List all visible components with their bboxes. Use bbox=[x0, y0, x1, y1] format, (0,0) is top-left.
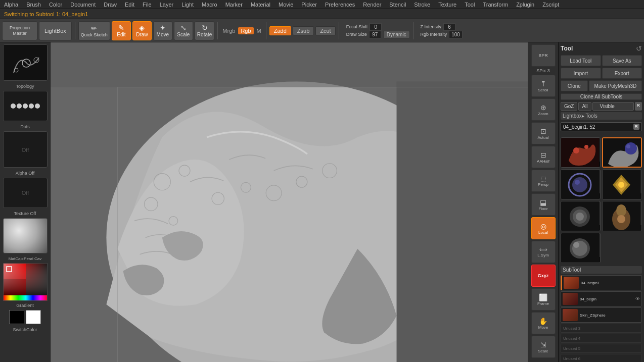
menu-item-zplugin[interactable]: Zplugin bbox=[514, 1, 536, 8]
menu-item-edit[interactable]: Edit bbox=[123, 1, 136, 8]
z-intensity-value[interactable]: 6 bbox=[443, 23, 455, 31]
move-vp-button[interactable]: ✋ Move bbox=[531, 312, 556, 334]
scroll-button[interactable]: ⤒ Scroll bbox=[531, 75, 556, 97]
active-tool-row: 04_begin1. 52 R bbox=[561, 122, 642, 131]
subtool-item-04begin[interactable]: 04_begin 👁 bbox=[561, 291, 642, 306]
tool-thumb-skin-zsphere1[interactable]: Skin_ZSphere1 bbox=[602, 201, 642, 231]
subtool-item-04begin1[interactable]: 04_begin1 bbox=[561, 275, 642, 290]
persp-button[interactable]: ⬚ Persp bbox=[531, 170, 556, 192]
toolbar-sep-4 bbox=[339, 22, 339, 39]
menu-item-picker[interactable]: Picker bbox=[299, 1, 319, 8]
frame-button[interactable]: ⬜ Frame bbox=[531, 288, 556, 311]
menu-item-file[interactable]: File bbox=[141, 1, 154, 8]
zadd-button[interactable]: Zadd bbox=[269, 26, 291, 35]
svg-rect-31 bbox=[397, 81, 528, 362]
bpr-button[interactable]: BPR bbox=[531, 44, 556, 67]
scale-vp-button[interactable]: ⇲ Scale bbox=[531, 336, 556, 358]
focal-shift-value[interactable]: 0 bbox=[370, 23, 382, 31]
menu-item-stroke[interactable]: Stroke bbox=[412, 1, 432, 8]
menu-item-render[interactable]: Render bbox=[361, 1, 383, 8]
menu-item-stencil[interactable]: Stencil bbox=[387, 1, 408, 8]
m-label[interactable]: M bbox=[255, 27, 263, 34]
persp-icon: ⬚ bbox=[540, 175, 546, 182]
draw-size-value[interactable]: 97 bbox=[369, 31, 381, 38]
zsub-button[interactable]: Zsub bbox=[293, 26, 314, 35]
svg-point-52 bbox=[616, 204, 626, 217]
tool-thumb-04begin1-b[interactable]: 3 04_begin1 bbox=[602, 137, 642, 168]
move-tool-button[interactable]: ✦ Move bbox=[153, 21, 172, 40]
canvas-area[interactable] bbox=[51, 42, 528, 362]
subtool-eye-04begin[interactable]: 👁 bbox=[635, 296, 640, 301]
svg-rect-19 bbox=[4, 295, 48, 301]
scale-tool-button[interactable]: ⤡ Scale bbox=[174, 21, 193, 40]
zoom-button[interactable]: ⊕ Zoom bbox=[531, 98, 556, 121]
tool-thumb-04begin1-a[interactable]: 3 04_begin1 bbox=[561, 137, 601, 168]
menu-item-movie[interactable]: Movie bbox=[277, 1, 295, 8]
l-sym-button[interactable]: ⟺ L.Sym bbox=[531, 241, 556, 263]
floor-button[interactable]: ⬓ Floor bbox=[531, 193, 556, 216]
dynamic-button[interactable]: Dynamic bbox=[383, 31, 410, 38]
rotate-tool-button[interactable]: ↻ Rotate bbox=[195, 21, 214, 40]
unused-4-label: Unused 4 bbox=[563, 336, 580, 341]
mrgb-label[interactable]: Mrgb bbox=[221, 27, 237, 34]
menu-item-preferences[interactable]: Preferences bbox=[323, 1, 357, 8]
subtool-unused-4[interactable]: Unused 4 bbox=[561, 334, 642, 343]
menu-item-draw[interactable]: Draw bbox=[102, 1, 119, 8]
local-button[interactable]: ◎ Local bbox=[531, 217, 556, 239]
swatch-black[interactable] bbox=[9, 310, 24, 324]
dots-thumb[interactable] bbox=[3, 91, 48, 121]
tool-thumb-simplebrush[interactable]: SimpleBrush bbox=[602, 169, 642, 199]
edit-button[interactable]: ✎ Edit bbox=[112, 21, 131, 40]
menu-item-material[interactable]: Material bbox=[249, 1, 272, 8]
visible-button[interactable]: Visible bbox=[592, 102, 634, 111]
menu-item-texture[interactable]: Texture bbox=[436, 1, 458, 8]
zcut-button[interactable]: Zcut bbox=[315, 26, 335, 35]
tool-thumb-zsphere[interactable]: ZSphere bbox=[561, 233, 601, 263]
menu-item-marker[interactable]: Marker bbox=[223, 1, 245, 8]
import-button[interactable]: Import bbox=[561, 68, 601, 79]
subtool-thumb-04begin bbox=[563, 293, 578, 305]
texture-thumb[interactable]: Off bbox=[3, 178, 48, 208]
rgb-label[interactable]: Rgb bbox=[238, 27, 253, 34]
subtool-unused-5[interactable]: Unused 5 bbox=[561, 344, 642, 353]
menu-item-color[interactable]: Color bbox=[47, 1, 64, 8]
save-as-button[interactable]: Save As bbox=[602, 55, 642, 66]
export-button[interactable]: Export bbox=[602, 68, 642, 79]
subtool-item-skin-zsphere[interactable]: Skin_ZSphere bbox=[561, 307, 642, 323]
material-sphere[interactable] bbox=[3, 218, 48, 253]
subtool-header: SubTool bbox=[561, 266, 642, 274]
menu-item-macro[interactable]: Macro bbox=[200, 1, 219, 8]
svg-point-45 bbox=[618, 182, 624, 188]
menu-item-brush[interactable]: Brush bbox=[24, 1, 43, 8]
xyz-button[interactable]: Gxyz bbox=[531, 265, 556, 287]
clone-all-subtools-button[interactable]: Clone All SubTools bbox=[561, 93, 642, 100]
alpha-thumb[interactable]: Off bbox=[3, 131, 48, 168]
aa-half-button[interactable]: ⊟ AAHalf bbox=[531, 146, 556, 168]
menu-item-light[interactable]: Light bbox=[179, 1, 196, 8]
all-button[interactable]: All bbox=[578, 102, 591, 111]
projection-master-button[interactable]: ProjectionMaster bbox=[2, 21, 37, 40]
goz-button[interactable]: GoZ bbox=[561, 102, 577, 111]
draw-button[interactable]: ◈ Draw bbox=[132, 21, 152, 40]
menu-item-document[interactable]: Document bbox=[68, 1, 98, 8]
menu-item-layer[interactable]: Layer bbox=[158, 1, 176, 8]
quick-sketch-button[interactable]: ✏ Quick Sketch bbox=[78, 21, 110, 40]
swatch-white[interactable] bbox=[26, 310, 41, 324]
menu-item-alpha[interactable]: Alpha bbox=[2, 1, 20, 8]
menu-item-zscript[interactable]: Zscript bbox=[540, 1, 561, 8]
tool-thumb-eraserbrush[interactable]: EraserBrush bbox=[561, 201, 601, 231]
lightbox-button[interactable]: LightBox bbox=[39, 21, 72, 40]
menu-item-transform[interactable]: Transform bbox=[481, 1, 510, 8]
clone-button[interactable]: Clone bbox=[561, 80, 588, 91]
tool-thumb-alphabrush[interactable]: AlphaBrush bbox=[561, 169, 601, 199]
actual-button[interactable]: ⊡ Actual bbox=[531, 122, 556, 144]
menu-item-tool[interactable]: Tool bbox=[463, 1, 477, 8]
load-tool-button[interactable]: Load Tool bbox=[561, 55, 601, 66]
rgb-intensity-value[interactable]: 100 bbox=[449, 31, 463, 38]
color-picker[interactable] bbox=[3, 263, 48, 301]
subtool-unused-3[interactable]: Unused 3 bbox=[561, 324, 642, 333]
make-polymesh-button[interactable]: Make PolyMesh3D bbox=[589, 80, 642, 91]
lightbox-tools-header[interactable]: Lightbox▸ Tools bbox=[561, 112, 642, 120]
brush-topology-thumb[interactable] bbox=[3, 44, 48, 81]
subtool-unused-6[interactable]: Unused 6 bbox=[561, 354, 642, 362]
